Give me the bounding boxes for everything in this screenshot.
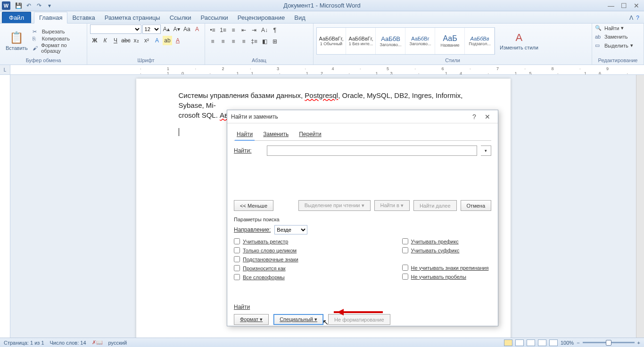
view-fullscreen-icon[interactable]: [515, 339, 524, 346]
align-center-icon[interactable]: ≡: [218, 37, 228, 46]
chk-sounds-like[interactable]: Произносится как: [234, 265, 298, 271]
find-in-button[interactable]: Найти в ▾: [374, 200, 410, 211]
strike-button[interactable]: abc: [121, 36, 131, 45]
shrink-font-icon[interactable]: A▾: [172, 24, 182, 34]
status-words[interactable]: Число слов: 14: [50, 340, 86, 346]
tab-references[interactable]: Ссылки: [165, 12, 196, 23]
tab-file[interactable]: Файл: [2, 12, 31, 23]
undo-icon[interactable]: ↶: [25, 1, 33, 10]
select-button[interactable]: ▭Выделить ▾: [595, 42, 641, 49]
chk-ignore-space[interactable]: Не учитывать пробелы: [402, 274, 489, 280]
bold-button[interactable]: Ж: [90, 36, 99, 45]
less-button[interactable]: << Меньше: [234, 200, 273, 211]
highlight-icon[interactable]: ab: [163, 36, 172, 45]
redo-icon[interactable]: ↷: [35, 1, 43, 10]
direction-select[interactable]: Везде: [274, 225, 307, 234]
tab-mailings[interactable]: Рассылки: [196, 12, 233, 23]
superscript-button[interactable]: x²: [142, 36, 151, 45]
vertical-ruler[interactable]: [0, 75, 10, 338]
view-web-icon[interactable]: [527, 339, 535, 346]
multilevel-icon[interactable]: ≡: [229, 25, 238, 35]
find-next-button[interactable]: Найти далее: [413, 200, 457, 211]
dialog-titlebar[interactable]: Найти и заменить ? ✕: [227, 110, 498, 123]
special-button[interactable]: Специальный ▾: [273, 314, 323, 325]
status-language[interactable]: русский: [108, 340, 127, 346]
copy-button[interactable]: ⎘Копировать: [33, 35, 84, 42]
style-heading2[interactable]: АаБбВгЗаголово...: [406, 28, 435, 54]
tab-view[interactable]: Вид: [289, 12, 310, 23]
bullets-icon[interactable]: •≡: [208, 25, 217, 35]
format-painter-button[interactable]: 🖌Формат по образцу: [33, 42, 84, 54]
zoom-level[interactable]: 100%: [561, 340, 574, 346]
status-page[interactable]: Страница: 1 из 1: [4, 340, 44, 346]
find-button[interactable]: 🔍Найти ▾: [595, 24, 641, 32]
view-print-layout-icon[interactable]: [504, 339, 512, 346]
text-effects-icon[interactable]: A: [152, 36, 162, 45]
grow-font-icon[interactable]: A▴: [162, 24, 171, 34]
align-justify-icon[interactable]: ≡: [239, 37, 248, 46]
style-subtitle[interactable]: АаБбВвПодзагол...: [465, 28, 495, 54]
ribbon-minimize-icon[interactable]: ᐱ: [629, 15, 633, 21]
change-case-icon[interactable]: Aa: [182, 24, 192, 34]
cancel-button[interactable]: Отмена: [461, 200, 491, 211]
find-input[interactable]: [267, 145, 477, 156]
dlg-tab-find[interactable]: Найти: [235, 129, 255, 140]
chk-ignore-punct[interactable]: Не учитывать знаки препинания: [402, 265, 489, 271]
font-color-icon[interactable]: A: [173, 36, 182, 45]
zoom-out-icon[interactable]: −: [577, 340, 579, 346]
font-size-select[interactable]: 12: [142, 24, 161, 34]
indent-decrease-icon[interactable]: ⇤: [239, 25, 248, 35]
zoom-slider[interactable]: [583, 342, 635, 343]
line-spacing-icon[interactable]: ‡≡: [249, 37, 259, 46]
chk-prefix[interactable]: Учитывать префикс: [402, 238, 489, 244]
zoom-in-icon[interactable]: +: [637, 340, 640, 346]
align-right-icon[interactable]: ≡: [229, 37, 238, 46]
change-styles-button[interactable]: A Изменить стили: [497, 31, 541, 51]
view-outline-icon[interactable]: [538, 339, 546, 346]
no-formatting-button[interactable]: Не форматирование: [328, 314, 390, 325]
style-normal[interactable]: АаБбВвГг,1 Обычный: [317, 28, 346, 54]
reading-highlight-button[interactable]: Выделение при чтении ▾: [298, 200, 371, 211]
find-history-dropdown[interactable]: ▾: [481, 145, 491, 156]
shading-icon[interactable]: ◧: [260, 37, 269, 46]
maximize-icon[interactable]: ☐: [621, 2, 627, 9]
dialog-help-icon[interactable]: ?: [468, 113, 481, 121]
numbering-icon[interactable]: 1≡: [218, 25, 228, 35]
qat-dropdown-icon[interactable]: ▾: [45, 1, 54, 10]
align-left-icon[interactable]: ≡: [208, 37, 217, 46]
subscript-button[interactable]: x₂: [132, 36, 141, 45]
format-button[interactable]: Формат ▾: [234, 314, 269, 325]
dialog-close-icon[interactable]: ✕: [481, 113, 494, 121]
underline-button[interactable]: Ч: [111, 36, 120, 45]
proofing-icon[interactable]: ✗📖: [92, 339, 103, 346]
clear-format-icon[interactable]: A: [192, 24, 202, 34]
borders-icon[interactable]: ⊞: [270, 37, 280, 46]
minimize-icon[interactable]: —: [608, 2, 614, 9]
view-draft-icon[interactable]: [549, 339, 558, 346]
cut-button[interactable]: ✂Вырезать: [33, 28, 84, 35]
styles-gallery[interactable]: АаБбВвГг,1 Обычный АаБбВвГг,1 Без инте..…: [316, 27, 495, 55]
vertical-scrollbar[interactable]: [636, 75, 644, 338]
tab-layout[interactable]: Разметка страницы: [100, 12, 165, 23]
horizontal-ruler[interactable]: · 1 · 2 · 3 · 4 · 5 · 6 · 7 · 8 · 9 · 10…: [10, 65, 644, 74]
tab-insert[interactable]: Вставка: [67, 12, 99, 23]
chk-match-case[interactable]: Учитывать регистр: [234, 238, 298, 244]
chk-wildcards[interactable]: Подстановочные знаки: [234, 256, 298, 262]
close-icon[interactable]: ✕: [634, 2, 639, 9]
paste-button[interactable]: 📋 Вставить: [3, 30, 31, 52]
tab-review[interactable]: Рецензирование: [233, 12, 289, 23]
show-marks-icon[interactable]: ¶: [270, 25, 280, 35]
save-icon[interactable]: 💾: [14, 1, 23, 10]
tab-home[interactable]: Главная: [34, 12, 67, 24]
chk-word-forms[interactable]: Все словоформы: [234, 274, 298, 280]
help-icon[interactable]: ?: [636, 15, 639, 21]
sort-icon[interactable]: A↓: [260, 25, 269, 35]
style-heading1[interactable]: АаБбВЗаголово...: [376, 28, 405, 54]
style-title[interactable]: АаБНазвание: [436, 28, 465, 54]
indent-increase-icon[interactable]: ⇥: [249, 25, 259, 35]
font-family-select[interactable]: [90, 24, 141, 34]
dlg-tab-goto[interactable]: Перейти: [297, 129, 323, 140]
replace-button[interactable]: abЗаменить: [595, 33, 641, 40]
chk-whole-word[interactable]: Только слово целиком: [234, 247, 298, 253]
italic-button[interactable]: К: [100, 36, 110, 45]
